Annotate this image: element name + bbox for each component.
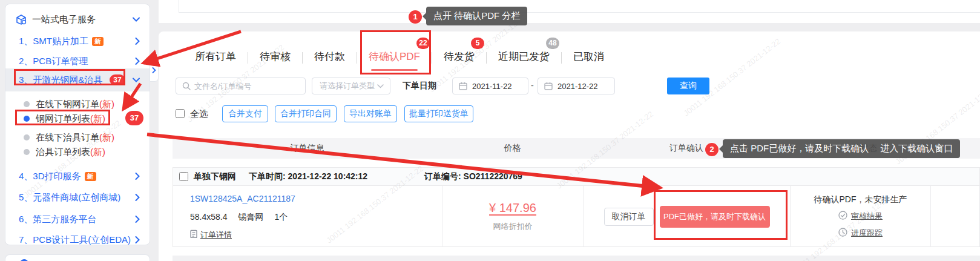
column-order-info: 订单信息 xyxy=(173,143,442,154)
select-all-checkbox[interactable] xyxy=(176,109,185,118)
pdf-ready-download-button[interactable]: PDF已做好，请及时下载确认 xyxy=(660,206,770,228)
chevron-right-icon xyxy=(135,194,140,201)
sidebar-item-parts-mall[interactable]: 5、元器件商城(立创商城) xyxy=(5,188,150,206)
tab-divider xyxy=(357,52,357,64)
chevron-down-icon xyxy=(133,78,140,82)
tab-recently-shipped[interactable]: 近期已发货 48 xyxy=(497,44,551,72)
search-icon xyxy=(182,82,191,90)
merge-print-contract-button[interactable]: 合并打印合同 xyxy=(275,105,337,122)
sidebar-item-eda[interactable]: 7、PCB设计工具(立创EDA) xyxy=(5,231,150,249)
sidebar-item-smt[interactable]: 1、SMT贴片加工 新 xyxy=(5,32,150,50)
order-status-text: 待确认PDF，未安排生产 xyxy=(814,194,907,205)
progress-tracking-link[interactable]: 进度跟踪 xyxy=(851,228,883,239)
order-row-body: 1SW128425A_AC21121187 58.4x58.4锡膏网1个 订单详… xyxy=(173,186,979,247)
order-extra-cell xyxy=(931,186,979,247)
tab-pending-pdf[interactable]: 待确认PDF 22 xyxy=(367,44,421,72)
chevron-right-icon xyxy=(135,173,140,180)
previous-panel-table-corner xyxy=(179,0,980,13)
step-1-tooltip: 点开 待确认PDF 分栏 xyxy=(426,7,527,25)
chevron-down-icon xyxy=(377,84,384,88)
sidebar-item-3dprint[interactable]: 4、3D打印服务 新 xyxy=(5,167,150,185)
tab-divider xyxy=(486,52,487,64)
order-checkbox[interactable] xyxy=(179,172,188,181)
chevron-right-icon xyxy=(152,67,156,73)
chevron-right-icon xyxy=(135,38,140,45)
new-badge: 新 xyxy=(92,37,104,46)
batch-print-delivery-button[interactable]: 批量打印送货单 xyxy=(404,105,473,122)
column-price: 价格 xyxy=(442,143,583,154)
step-1-badge: 1 xyxy=(409,10,422,24)
bullet-icon xyxy=(24,134,30,140)
cancel-order-button[interactable]: 取消订单 xyxy=(604,208,654,226)
order-time: 下单时间: 2021-12-22 10:42:12 xyxy=(249,171,367,182)
order-file-link[interactable]: 1SW128425A_AC21121187 xyxy=(190,194,295,203)
sidebar-title: 一站式电子服务 xyxy=(32,14,96,25)
tab-all-orders[interactable]: 所有订单 xyxy=(194,44,237,72)
service-logo-icon xyxy=(15,13,27,25)
tooltip-arrow xyxy=(719,145,723,153)
order-row: 单独下钢网 下单时间: 2021-12-22 10:42:12 订单编号: SO… xyxy=(173,167,980,247)
order-price-note: 网络折扣价 xyxy=(493,221,533,232)
next-row-edge xyxy=(173,256,980,261)
tab-pending-review[interactable]: 待审核 xyxy=(258,44,292,72)
tooltip-arrow xyxy=(423,13,426,20)
filter-row: 请选择订单类型 下单日期 - 查询 xyxy=(159,78,980,94)
tab-divider xyxy=(248,52,248,64)
bullet-icon xyxy=(24,116,30,122)
sidebar-subitem-jig-order-list[interactable]: 治具订单列表 (新) xyxy=(5,143,150,161)
order-number: 订单编号: SO2112220769 xyxy=(424,171,522,182)
order-info-cell: 1SW128425A_AC21121187 58.4x58.4锡膏网1个 订单详… xyxy=(173,186,442,247)
tab-cancelled[interactable]: 已取消 xyxy=(572,44,605,72)
sidebar: 一站式电子服务 1、SMT贴片加工 新 2、PCB订单管理 3、开激光钢网&治具… xyxy=(5,4,150,245)
sidebar-item-stencil[interactable]: 3、开激光钢网&治具 37 xyxy=(5,68,150,91)
sidebar-header[interactable]: 一站式电子服务 xyxy=(5,10,150,28)
order-row-header: 单独下钢网 下单时间: 2021-12-22 10:42:12 订单编号: SO… xyxy=(173,168,979,186)
sidebar-item-pcb[interactable]: 2、PCB订单管理 xyxy=(5,52,150,70)
date-to-input[interactable] xyxy=(557,82,612,91)
calendar-icon xyxy=(544,82,553,90)
batch-action-row: 全选 合并支付 合并打印合同 导出对账单 批量打印送货单 xyxy=(159,105,980,122)
order-tabs: 所有订单 待审核 待付款 待确认PDF 22 待发货 5 近期已发货 48 已取… xyxy=(194,44,605,71)
date-from-input[interactable] xyxy=(472,82,527,91)
tab-divider xyxy=(432,52,432,64)
order-price-cell: ¥ 147.96 网络折扣价 xyxy=(442,186,584,247)
new-badge: 新 xyxy=(85,172,96,181)
tab-count-badge: 22 xyxy=(416,38,430,49)
date-from-field[interactable] xyxy=(452,78,528,94)
tab-pending-payment[interactable]: 待付款 xyxy=(313,44,346,72)
count-badge-stencil-list: 37 xyxy=(125,111,143,125)
tab-divider xyxy=(302,52,303,64)
sidebar-item-thirdparty[interactable]: 6、第三方服务平台 xyxy=(5,210,150,228)
previous-panel xyxy=(159,0,980,23)
review-result-link[interactable]: 审核结果 xyxy=(851,211,883,222)
export-statement-button[interactable]: 导出对账单 xyxy=(344,105,397,122)
chevron-right-icon xyxy=(135,216,140,223)
order-type: 单独下钢网 xyxy=(194,171,236,182)
date-to-field[interactable] xyxy=(538,78,615,94)
calendar-icon xyxy=(459,82,467,90)
order-status-cell: 待确认PDF，未安排生产 审核结果 进度跟踪 xyxy=(791,186,931,247)
step-2-tooltip: 点击 PDF已做好，请及时下载确认 进入下载确认窗口 xyxy=(723,139,960,158)
order-price[interactable]: ¥ 147.96 xyxy=(489,201,536,215)
sidebar-collapse-handle[interactable] xyxy=(150,59,159,82)
date-range-separator: - xyxy=(531,81,534,90)
clock-icon xyxy=(838,228,847,239)
tab-count-badge: 48 xyxy=(546,38,559,49)
bullet-icon xyxy=(24,101,30,107)
order-confirm-cell: 取消订单 PDF已做好，请及时下载确认 xyxy=(584,186,791,247)
tab-pending-shipment[interactable]: 待发货 5 xyxy=(442,44,476,72)
order-date-label: 下单日期 xyxy=(403,81,436,91)
clipboard-icon xyxy=(190,230,197,240)
search-input[interactable] xyxy=(194,82,305,91)
select-all-label: 全选 xyxy=(190,108,208,120)
merge-pay-button[interactable]: 合并支付 xyxy=(222,105,268,122)
chevron-down-icon[interactable] xyxy=(133,17,140,22)
check-circle-icon xyxy=(838,211,847,222)
order-detail-link[interactable]: 订单详情 xyxy=(200,230,232,240)
bullet-icon xyxy=(24,149,30,155)
search-box[interactable] xyxy=(176,78,306,94)
query-button[interactable]: 查询 xyxy=(667,78,709,94)
chevron-right-icon xyxy=(135,58,140,65)
tab-count-badge: 5 xyxy=(471,38,484,49)
order-type-select[interactable]: 请选择订单类型 xyxy=(312,78,390,94)
